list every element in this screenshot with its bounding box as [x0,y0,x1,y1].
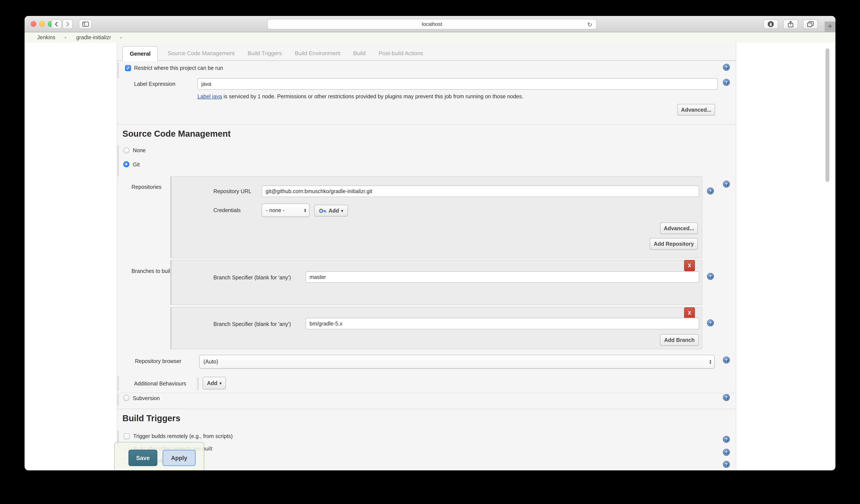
branches-to-build-label: Branches to build [131,268,173,274]
repository-browser-label: Repository browser [135,358,181,364]
tab-post-build-actions[interactable]: Post-build Actions [379,50,423,57]
address-bar[interactable]: localhost ↻ [267,19,597,29]
help-icon[interactable]: ? [723,79,730,86]
breadcrumb-separator-icon: ▸ [120,35,123,40]
section-divider [117,409,736,409]
add-credentials-label: Add [329,207,339,214]
url-text: localhost [422,21,442,27]
tab-overview-button[interactable] [803,19,818,29]
row-drag-strip [117,394,119,406]
row-drag-strip [117,62,119,78]
breadcrumb-separator-icon: ▸ [65,35,67,40]
page-scrollbar[interactable] [826,48,829,182]
close-window-button[interactable] [31,21,36,27]
help-icon[interactable]: ? [707,273,714,280]
caret-down-icon: ▾ [341,208,343,213]
repositories-label: Repositories [131,184,161,190]
back-button[interactable] [51,19,62,29]
browser-window: localhost ↻ [25,16,835,470]
scm-subversion-label: Subversion [133,395,160,401]
check-icon: ✓ [126,66,130,71]
tabs-icon [807,21,814,27]
additional-behaviours-label: Additional Behaviours [134,381,186,387]
repository-url-label: Repository URL [213,188,251,195]
help-icon[interactable]: ? [707,188,714,195]
browser-toolbar: localhost ↻ [25,16,835,32]
add-credentials-button[interactable]: Add ▾ [314,205,348,216]
trigger-remote-label: Trigger builds remotely (e.g., from scri… [133,433,233,439]
restrict-checkbox[interactable]: ✓ [125,65,131,71]
label-expression-label: Label Expression [134,81,175,87]
chevron-right-icon [66,21,69,27]
scm-none-label: None [133,147,146,154]
breadcrumb-item-jenkins[interactable]: Jenkins [37,34,55,41]
help-icon[interactable]: ? [723,449,730,456]
credentials-value: - none - [266,207,285,213]
download-icon [767,21,774,28]
chevron-left-icon [55,21,58,27]
caret-down-icon: ▾ [220,381,221,385]
downloads-button[interactable] [763,19,778,29]
advanced-button-general[interactable]: Advanced... [677,104,715,116]
share-button[interactable] [783,19,798,29]
section-divider [117,124,736,125]
scm-none-radio[interactable] [123,147,129,154]
config-tab-bar: Source Code Management Build Triggers Bu… [168,46,423,60]
build-triggers-heading: Build Triggers [123,414,181,423]
branch-specifier-input-1[interactable] [306,271,699,283]
label-node-hint: Label java is serviced by 1 node. Permis… [198,93,523,100]
tab-bar-divider [117,60,736,61]
row-drag-strip [117,376,119,391]
minimize-window-button[interactable] [39,21,45,27]
credentials-label: Credentials [213,207,241,213]
delete-branch-button[interactable]: X [684,307,695,319]
branch-specifier-input-2[interactable] [306,318,699,329]
advanced-button-repository[interactable]: Advanced... [660,222,698,234]
add-repository-button[interactable]: Add Repository [650,238,698,250]
scm-git-label: Git [133,162,140,168]
delete-branch-button[interactable]: X [684,260,695,271]
select-stepper-icon: ▲▼ [709,359,712,364]
repository-url-input[interactable] [262,185,699,197]
scm-subversion-radio[interactable] [123,395,129,401]
scm-git-radio[interactable] [123,161,129,167]
save-button[interactable]: Save [128,450,157,466]
restrict-label: Restrict where this project can be run [134,65,223,71]
branch-specifier-label: Branch Specifier (blank for 'any') [213,321,291,327]
section-strip [197,377,199,390]
help-icon[interactable]: ? [723,64,730,71]
help-icon[interactable]: ? [707,319,714,326]
share-icon [788,21,793,28]
breadcrumb-item-job[interactable]: gradle-initializr [76,34,111,41]
reload-icon[interactable]: ↻ [587,20,592,29]
screenshot-stage: localhost ↻ [0,0,860,504]
repository-browser-value: (Auto) [203,359,218,365]
help-icon[interactable]: ? [723,436,730,443]
help-icon[interactable]: ? [723,181,730,188]
scm-heading: Source Code Management [123,129,231,139]
sidebar-icon [82,21,89,27]
help-icon[interactable]: ? [723,461,730,468]
sidebar-toggle-button[interactable] [79,19,92,29]
branch-specifier-label: Branch Specifier (blank for 'any') [213,275,291,281]
trigger-remote-checkbox[interactable] [124,433,130,439]
label-java-link[interactable]: Label java [198,93,222,100]
row-divider [117,393,736,393]
tab-general[interactable]: General [123,46,158,61]
add-branch-button[interactable]: Add Branch [660,334,699,346]
help-icon[interactable]: ? [723,357,730,363]
tab-build-environment[interactable]: Build Environment [295,50,340,57]
tab-source-code-management[interactable]: Source Code Management [168,50,235,57]
new-tab-button[interactable]: + [825,21,835,32]
add-behaviour-button[interactable]: Add ▾ [203,377,226,389]
forward-button[interactable] [62,19,73,29]
credentials-select[interactable]: - none - ▲▼ [262,203,310,217]
key-icon [319,208,326,213]
add-behaviour-label: Add [207,380,217,386]
repository-browser-select[interactable]: (Auto) ▲▼ [199,355,715,369]
tab-build-triggers[interactable]: Build Triggers [248,50,282,57]
apply-button[interactable]: Apply [162,450,196,466]
tab-build[interactable]: Build [353,50,366,57]
help-icon[interactable]: ? [723,394,730,401]
label-expression-input[interactable] [198,78,718,90]
